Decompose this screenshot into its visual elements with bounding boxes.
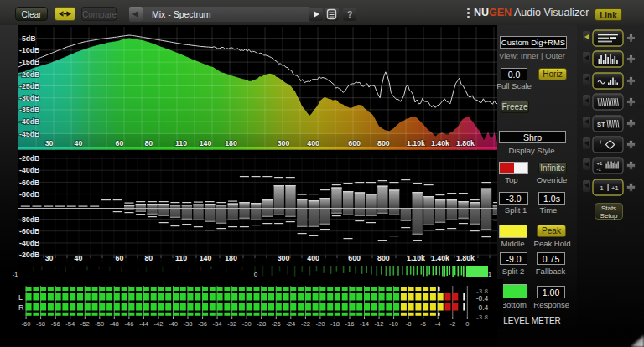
svg-text:-44: -44 [139, 320, 148, 328]
svg-text:-40dB: -40dB [19, 239, 39, 247]
svg-text:40: 40 [75, 254, 83, 262]
svg-text:+1: +1 [597, 161, 604, 166]
svg-text:-18: -18 [330, 320, 340, 328]
svg-text:140: 140 [200, 139, 212, 148]
svg-text:-80dB: -80dB [19, 190, 39, 199]
svg-text:40: 40 [75, 139, 83, 148]
svg-text:-20dB: -20dB [19, 154, 39, 163]
svg-text:-60dB: -60dB [19, 179, 39, 187]
svg-text:L: L [18, 293, 23, 302]
svg-text:1.40k: 1.40k [431, 139, 449, 148]
svg-text:400: 400 [307, 254, 319, 262]
svg-text:1: 1 [488, 271, 492, 278]
svg-text:-5dB: -5dB [19, 34, 36, 43]
svg-text:1.10k: 1.10k [407, 254, 425, 262]
svg-text:-60dB: -60dB [19, 227, 39, 236]
svg-text:180: 180 [225, 139, 237, 148]
svg-text:80: 80 [144, 254, 153, 262]
svg-text:-40dB: -40dB [19, 166, 39, 174]
svg-text:-1: -1 [598, 184, 604, 192]
svg-text:-0.4: -0.4 [476, 294, 489, 303]
svg-text:60: 60 [116, 254, 124, 262]
svg-text:-20dB: -20dB [19, 70, 39, 79]
svg-text:-3.8: -3.8 [476, 313, 488, 321]
svg-text:-20dB: -20dB [19, 251, 39, 259]
svg-text:-58: -58 [36, 320, 45, 328]
svg-text:0: 0 [254, 271, 258, 278]
svg-text:-32: -32 [227, 320, 236, 328]
svg-text:-25dB: -25dB [19, 82, 39, 91]
svg-text:-42: -42 [154, 320, 164, 328]
svg-text:-12: -12 [375, 320, 384, 328]
svg-text:-30: -30 [242, 320, 252, 328]
svg-text:-15dB: -15dB [19, 58, 39, 66]
svg-text:-28: -28 [257, 320, 266, 328]
svg-text:110: 110 [175, 139, 187, 148]
svg-text:-35dB: -35dB [19, 106, 39, 114]
svg-text:-40dB: -40dB [19, 117, 39, 126]
svg-text:60: 60 [116, 139, 124, 148]
svg-text:-40: -40 [169, 320, 178, 328]
svg-text:-0.4: -0.4 [476, 303, 489, 312]
svg-text:80: 80 [144, 139, 153, 148]
svg-text:-8: -8 [406, 320, 412, 328]
svg-text:-10dB: -10dB [19, 46, 39, 54]
svg-text:-34: -34 [213, 320, 222, 328]
svg-text:300: 300 [278, 139, 290, 148]
svg-text:-46: -46 [124, 320, 133, 328]
svg-text:800: 800 [377, 254, 390, 262]
svg-text:-1: -1 [597, 167, 602, 172]
svg-text:600: 600 [348, 254, 361, 262]
svg-text:1.40k: 1.40k [431, 254, 449, 262]
svg-text:-52: -52 [80, 320, 90, 328]
svg-text:-80dB: -80dB [19, 215, 39, 224]
svg-text:-48: -48 [110, 320, 119, 328]
svg-text:-26: -26 [272, 320, 281, 328]
svg-text:-16: -16 [345, 320, 355, 328]
svg-text:-10: -10 [389, 320, 398, 328]
svg-text:800: 800 [377, 139, 390, 148]
svg-text:-36: -36 [198, 320, 207, 328]
svg-text:R: R [18, 303, 24, 312]
svg-text:ST: ST [597, 121, 605, 128]
svg-text:-6: -6 [420, 320, 426, 328]
svg-text:1.80k: 1.80k [456, 139, 475, 148]
svg-text:30: 30 [45, 139, 54, 148]
svg-text:-4: -4 [435, 320, 441, 328]
svg-text:110: 110 [175, 254, 187, 262]
svg-text:-20: -20 [315, 320, 325, 328]
svg-text:+1: +1 [611, 184, 619, 192]
svg-text:-56: -56 [51, 320, 60, 328]
svg-text:-54: -54 [65, 320, 75, 328]
svg-text:140: 140 [200, 254, 212, 262]
svg-text:600: 600 [348, 139, 361, 148]
svg-text:400: 400 [307, 139, 319, 148]
svg-text:-50: -50 [95, 320, 104, 328]
svg-text:-2: -2 [449, 320, 455, 328]
svg-text:0: 0 [465, 320, 469, 328]
svg-text:180: 180 [225, 254, 237, 262]
svg-text:1.80k: 1.80k [456, 254, 475, 262]
svg-text:-22: -22 [301, 320, 310, 328]
svg-text:30: 30 [45, 254, 54, 262]
svg-text:-38: -38 [184, 320, 193, 328]
svg-text:-14: -14 [360, 320, 369, 328]
svg-text:-60: -60 [22, 320, 31, 328]
svg-text:-24: -24 [286, 320, 295, 328]
svg-text:300: 300 [278, 254, 290, 262]
svg-text:1.10k: 1.10k [407, 139, 425, 148]
svg-text:-45dB: -45dB [19, 130, 39, 138]
svg-text:-30dB: -30dB [19, 94, 39, 102]
svg-text:-1: -1 [12, 271, 18, 278]
